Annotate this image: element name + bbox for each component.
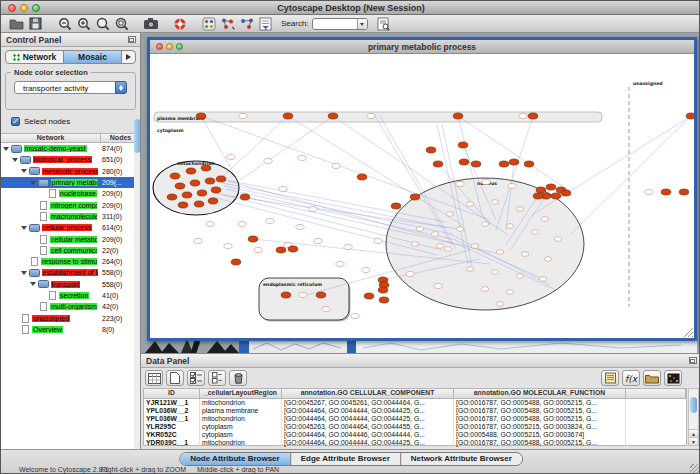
network-node-highlighted[interactable]	[528, 113, 538, 119]
network-node-highlighted[interactable]	[551, 193, 561, 199]
network-node-highlighted[interactable]	[379, 297, 389, 303]
network-node-highlighted[interactable]	[283, 113, 293, 119]
network-window-titlebar[interactable]: primary metabolic process	[150, 40, 694, 54]
network-node-highlighted[interactable]	[178, 202, 188, 208]
attribute-browser-tab[interactable]: Edge Attribute Browser	[291, 453, 401, 465]
expand-arrow-icon[interactable]	[21, 271, 27, 275]
network-node-unselected[interactable]	[434, 284, 442, 289]
network-node-highlighted[interactable]	[561, 190, 571, 196]
network-node-unselected[interactable]	[367, 114, 375, 119]
network-node-unselected[interactable]	[206, 222, 214, 227]
table-scrollbar-thumb[interactable]	[690, 397, 697, 413]
network-node-unselected[interactable]	[298, 156, 306, 161]
scroll-down-icon[interactable]: ▼	[689, 437, 698, 445]
vizmapper-button[interactable]	[200, 16, 217, 32]
tree-row[interactable]: unassigned223(0)	[1, 312, 134, 323]
table-scrollbar[interactable]: ▲ ▼	[688, 388, 699, 446]
tree-row[interactable]: metabolic process280(0)	[1, 166, 134, 177]
network-node-unselected[interactable]	[309, 207, 317, 212]
expand-arrow-icon[interactable]	[21, 169, 27, 173]
network-node-highlighted[interactable]	[197, 190, 207, 196]
network-node-unselected[interactable]	[508, 184, 516, 189]
network-node-highlighted[interactable]	[391, 203, 401, 209]
unselect-attributes-button[interactable]	[208, 370, 226, 386]
expand-arrow-icon[interactable]	[30, 282, 36, 286]
nucleus-node[interactable]	[471, 244, 479, 249]
network-node-highlighted[interactable]	[205, 178, 215, 184]
tree-row[interactable]: establishment of lo558(0)	[1, 267, 134, 278]
column-header[interactable]: ID	[144, 389, 200, 398]
network-node-highlighted[interactable]	[211, 187, 221, 193]
network-node-unselected[interactable]	[194, 239, 202, 244]
window-titlebar[interactable]: Cytoscape Desktop (New Session)	[1, 1, 700, 15]
column-header[interactable]: annotation.GO CELLULAR_COMPONENT	[282, 389, 454, 398]
float-panel-icon[interactable]	[128, 36, 136, 43]
network-node-highlighted[interactable]	[357, 174, 367, 180]
search-input[interactable]	[312, 18, 368, 30]
select-nodes-checkbox[interactable]: ✓	[11, 117, 20, 126]
window-resize-grip[interactable]	[690, 464, 700, 474]
expand-arrow-icon[interactable]	[30, 181, 36, 185]
filter-button[interactable]	[257, 16, 274, 32]
network-node-highlighted[interactable]	[426, 147, 436, 153]
nucleus-node[interactable]	[411, 242, 419, 247]
network-edge[interactable]	[222, 116, 288, 177]
snapshot-button[interactable]	[142, 16, 159, 32]
network-edge[interactable]	[532, 116, 691, 215]
network-node-unselected[interactable]	[645, 190, 653, 195]
tree-header-network[interactable]: Network	[1, 134, 101, 142]
network-node-highlighted[interactable]	[182, 192, 192, 198]
network-node-unselected[interactable]	[374, 239, 382, 244]
nucleus-node[interactable]	[491, 270, 499, 275]
expand-arrow-icon[interactable]	[3, 147, 9, 151]
tree-row[interactable]: cell communicat22(0)	[1, 245, 134, 256]
new-attribute-button[interactable]	[166, 370, 184, 386]
data-panel-float-icon[interactable]	[689, 357, 697, 364]
network-node-highlighted[interactable]	[410, 194, 420, 200]
network-node-highlighted[interactable]	[524, 161, 534, 167]
nucleus-node[interactable]	[496, 250, 504, 255]
network-node-unselected[interactable]	[239, 114, 247, 119]
tree-row[interactable]: Overview8(0)	[1, 324, 134, 335]
attribute-browser-tab[interactable]: Network Attribute Browser	[401, 453, 522, 465]
network-node-highlighted[interactable]	[196, 113, 206, 119]
network-canvas[interactable]: plasma membranecytoplasmmitochondrionnuc…	[150, 54, 694, 338]
network-node-unselected[interactable]	[227, 155, 235, 160]
nucleus-node[interactable]	[491, 200, 499, 205]
nucleus-node[interactable]	[456, 227, 464, 232]
network-node-highlighted[interactable]	[175, 183, 185, 189]
nucleus-node[interactable]	[496, 302, 504, 307]
network-node-highlighted[interactable]	[167, 194, 177, 200]
network-node-highlighted[interactable]	[276, 247, 286, 253]
nucleus-node[interactable]	[554, 237, 562, 242]
network-node-unselected[interactable]	[362, 268, 370, 273]
canvas-resize-grip[interactable]	[684, 328, 693, 337]
zoom-fit-button[interactable]	[113, 16, 130, 32]
column-header[interactable]: annotation.GO MOLECULAR_FUNCTION	[454, 389, 626, 398]
network-node-highlighted[interactable]	[453, 113, 463, 119]
network-node-highlighted[interactable]	[216, 176, 226, 182]
network-node-highlighted[interactable]	[328, 113, 338, 119]
dropdown-stepper-icon[interactable]	[115, 81, 127, 94]
help-button[interactable]	[171, 16, 188, 32]
nucleus-node[interactable]	[521, 252, 529, 257]
zoom-out-button[interactable]	[56, 16, 73, 32]
network-node-highlighted[interactable]	[533, 193, 543, 199]
network-node-unselected[interactable]	[238, 222, 246, 227]
network-node-highlighted[interactable]	[288, 246, 298, 252]
network-node-highlighted[interactable]	[509, 159, 519, 165]
network-node-highlighted[interactable]	[201, 165, 211, 171]
network-edge[interactable]	[570, 116, 691, 235]
nucleus-node[interactable]	[541, 217, 549, 222]
tab-mosaic[interactable]: Mosaic	[64, 51, 122, 63]
tree-row[interactable]: response to stimulu264(0)	[1, 256, 134, 267]
zoom-selected-button[interactable]	[94, 16, 111, 32]
layout-1-button[interactable]	[219, 16, 236, 32]
tree-row[interactable]: multi-organism pro42(0)	[1, 301, 134, 312]
nucleus-node[interactable]	[446, 212, 454, 217]
search-dropdown-arrow-icon[interactable]	[357, 19, 367, 29]
network-node-highlighted[interactable]	[316, 292, 326, 298]
tree-row[interactable]: nitrogen compo209(0)	[1, 199, 134, 210]
nucleus-node[interactable]	[506, 224, 514, 229]
network-node-unselected[interactable]	[519, 114, 527, 119]
